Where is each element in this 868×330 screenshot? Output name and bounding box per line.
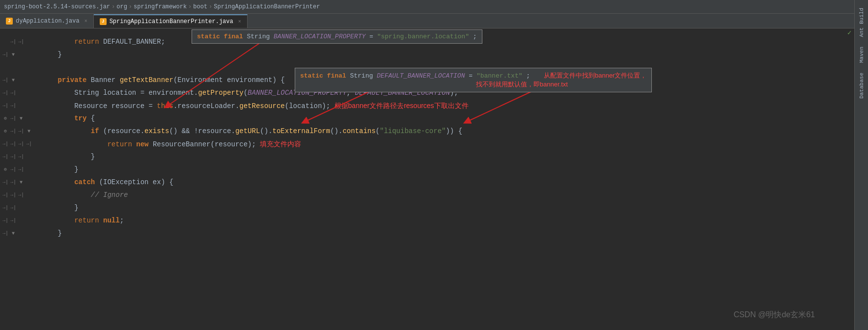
code-line-12: →| →| ▼ catch (IOException ex) {	[0, 176, 854, 189]
code-line-13: →| →| →| // Ignore	[0, 189, 854, 201]
gutter-14: →| →|	[2, 204, 41, 211]
gutter-10: →| →| →|	[2, 153, 41, 160]
gutter-5: →| →|	[2, 89, 41, 96]
fold-icon-1: →|	[10, 38, 17, 45]
gutter-16: →| ▼	[2, 230, 41, 237]
tab-bar: J dyApplication.java × J SpringApplicati…	[0, 14, 868, 28]
check-mark-icon: ✓	[847, 28, 854, 35]
breadcrumb-framework: springframework	[134, 3, 187, 10]
gutter-1: →| →|	[2, 38, 41, 45]
code-line-8: ⊕ →| →| ▼ if (resource.exists() && !reso…	[0, 125, 854, 138]
database-panel[interactable]: Database	[857, 69, 867, 103]
watermark: CSDN @明快de玄米61	[733, 310, 815, 320]
close-tab-1-icon[interactable]: ×	[84, 19, 87, 24]
maven-panel[interactable]: Maven	[857, 43, 867, 67]
breadcrumb-jar: spring-boot-2.5.14-sources.jar	[4, 3, 110, 10]
tab-label-2: SpringApplicationBannerPrinter.java	[110, 18, 233, 25]
gutter-12: →| →| ▼	[2, 179, 41, 186]
code-line-9: →| →| →| →| return new ResourceBanner(re…	[0, 138, 854, 150]
code-line-11: ⊕ →| →| }	[0, 163, 854, 176]
code-area: static final String BANNER_LOCATION_PROP…	[0, 28, 854, 330]
java-icon-1: J	[6, 18, 13, 25]
tooltip-banner-location: static final String BANNER_LOCATION_PROP…	[192, 29, 482, 44]
breadcrumb-org: org	[116, 3, 127, 10]
code-line-15: →| →| return null;	[0, 214, 854, 227]
gutter-9: →| →| →| →|	[2, 140, 41, 147]
breadcrumb-boot: boot	[193, 3, 207, 10]
ant-build-panel[interactable]: Ant Build	[857, 4, 867, 41]
code-line-7: ⊕ →| ▼ try {	[0, 112, 854, 125]
gutter-11: ⊕ →| →|	[2, 166, 41, 173]
java-icon-2: J	[100, 18, 107, 25]
close-tab-2-icon[interactable]: ×	[238, 19, 241, 25]
code-line-16: →| ▼ }	[0, 227, 854, 240]
gutter-7: ⊕ →| ▼	[2, 115, 41, 122]
code-line-14: →| →| }	[0, 201, 854, 214]
tab-dya-application[interactable]: J dyApplication.java ×	[0, 14, 94, 28]
gutter-6: →| →|	[2, 102, 41, 109]
breadcrumb-file: SpringApplicationBannerPrinter	[214, 3, 320, 10]
breadcrumb: spring-boot-2.5.14-sources.jar › org › s…	[0, 0, 868, 14]
gutter-8: ⊕ →| →| ▼	[2, 128, 41, 135]
gutter-4: →| ▼	[2, 77, 41, 83]
right-panel: Ant Build Maven Database	[854, 0, 868, 330]
code-line-2: →| ▼ }	[0, 48, 854, 61]
code-line-6: →| →| Resource resource = this.resourceL…	[0, 99, 854, 112]
tab-spring-banner-printer[interactable]: J SpringApplicationBannerPrinter.java ×	[94, 14, 248, 28]
gutter-13: →| →| →|	[2, 192, 41, 198]
gutter-icon-1	[2, 38, 9, 45]
tooltip-default-banner-location: static final String DEFAULT_BANNER_LOCAT…	[295, 68, 652, 92]
code-line-10: →| →| →| }	[0, 150, 854, 163]
gutter-15: →| →|	[2, 217, 41, 224]
gutter-2: →| ▼	[2, 51, 41, 58]
tab-label-1: dyApplication.java	[16, 18, 80, 25]
